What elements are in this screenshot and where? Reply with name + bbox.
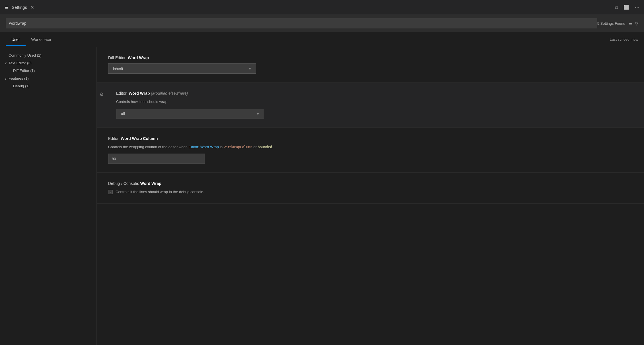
checkbox-label: Controls if the lines should wrap in the… <box>116 189 204 195</box>
debug-word-wrap-checkbox[interactable]: ✓ <box>108 190 113 194</box>
chevron-down-icon: ∨ <box>257 112 259 116</box>
search-right: 5 Settings Found ⚌ ▽ <box>597 21 638 26</box>
setting-title-bold: Word Wrap <box>129 91 150 96</box>
code-bounded: bounded <box>258 145 272 149</box>
tabs: User Workspace <box>6 33 57 46</box>
sidebar-item-debug[interactable]: Debug (1) <box>0 82 96 90</box>
setting-title-prefix: Editor: <box>116 91 129 96</box>
dropdown-value: off <box>121 111 125 116</box>
chevron-down-icon: ∨ <box>249 67 251 71</box>
setting-diff-editor-word-wrap: Diff Editor: Word Wrap inherit ∨ <box>97 47 644 82</box>
settings-content: Diff Editor: Word Wrap inherit ∨ ⚙ Edito… <box>97 47 644 345</box>
sidebar-item-commonly-used[interactable]: Commonly Used (1) <box>0 51 96 59</box>
search-icons: ⚌ ▽ <box>629 21 638 26</box>
desc-text-4: . <box>272 145 273 149</box>
tabs-area: User Workspace Last synced: now <box>0 32 644 47</box>
setting-debug-console-word-wrap: Debug › Console: Word Wrap ✓ Controls if… <box>97 173 644 204</box>
sidebar-item-label: Diff Editor (1) <box>13 69 35 73</box>
chevron-down-icon: ∨ <box>5 77 7 80</box>
titlebar-left: ☰ Settings ✕ <box>5 5 34 10</box>
search-bar: 5 Settings Found ⚌ ▽ <box>0 15 644 32</box>
layout-icon[interactable]: ⬜ <box>624 5 629 10</box>
sidebar-item-label: Debug (1) <box>13 84 30 88</box>
sidebar-item-label: Features (1) <box>9 76 29 80</box>
search-input[interactable] <box>6 18 597 28</box>
sidebar: Commonly Used (1) ∨Text Editor (3) Diff … <box>0 47 97 345</box>
more-actions-icon[interactable]: ⋯ <box>635 5 639 10</box>
tab-user[interactable]: User <box>6 33 26 46</box>
sidebar-item-label: Text Editor (3) <box>9 61 32 65</box>
titlebar-actions: ⧉ ⬜ ⋯ <box>615 5 639 10</box>
filter-lines-icon[interactable]: ⚌ <box>629 21 633 26</box>
setting-description: Controls the wrapping column of the edit… <box>108 144 633 150</box>
menu-icon[interactable]: ☰ <box>5 5 8 10</box>
setting-title-bold: Word Wrap Column <box>121 136 158 141</box>
setting-title: Debug › Console: Word Wrap <box>108 181 633 186</box>
setting-title-bold: Word Wrap <box>140 181 161 186</box>
editor-word-wrap-dropdown[interactable]: off ∨ <box>116 109 264 119</box>
setting-editor-word-wrap-column: Editor: Word Wrap Column Controls the wr… <box>97 128 644 173</box>
tab-workspace[interactable]: Workspace <box>26 33 57 46</box>
sidebar-item-text-editor[interactable]: ∨Text Editor (3) <box>0 59 96 67</box>
code-wordwrapcolumn: wordWrapColumn <box>224 145 252 149</box>
split-editor-icon[interactable]: ⧉ <box>615 5 618 10</box>
chevron-down-icon: ∨ <box>5 61 7 65</box>
search-count: 5 Settings Found <box>597 21 625 26</box>
window-title: Settings <box>12 5 27 10</box>
close-button[interactable]: ✕ <box>30 5 34 10</box>
editor-word-wrap-link[interactable]: Editor: Word Wrap <box>189 145 219 149</box>
desc-text-2: is <box>219 145 224 149</box>
setting-title-prefix: Editor: <box>108 136 121 141</box>
setting-title-modifier: (Modified elsewhere) <box>151 91 188 96</box>
titlebar: ☰ Settings ✕ ⧉ ⬜ ⋯ <box>0 0 644 15</box>
funnel-icon[interactable]: ▽ <box>635 21 638 26</box>
setting-title-prefix: Diff Editor: <box>108 55 128 60</box>
diff-editor-word-wrap-dropdown[interactable]: inherit ∨ <box>108 63 256 74</box>
setting-title-bold: Word Wrap <box>128 55 149 60</box>
setting-title: Editor: Word Wrap Column <box>108 136 633 141</box>
sidebar-item-label: Commonly Used (1) <box>9 53 42 57</box>
sidebar-item-features[interactable]: ∨Features (1) <box>0 75 96 82</box>
setting-editor-word-wrap: ⚙ Editor: Word Wrap (Modified elsewhere)… <box>97 82 644 128</box>
main-layout: Commonly Used (1) ∨Text Editor (3) Diff … <box>0 47 644 345</box>
setting-description: Controls how lines should wrap. <box>108 99 633 105</box>
checkbox-row: ✓ Controls if the lines should wrap in t… <box>108 189 633 195</box>
dropdown-value: inherit <box>113 67 123 71</box>
setting-title: Editor: Word Wrap (Modified elsewhere) <box>108 91 633 96</box>
desc-text-1: Controls the wrapping column of the edit… <box>108 145 189 149</box>
sidebar-item-diff-editor[interactable]: Diff Editor (1) <box>0 67 96 75</box>
word-wrap-column-input[interactable] <box>108 154 205 164</box>
desc-text-3: or <box>252 145 258 149</box>
last-synced: Last synced: now <box>610 37 638 42</box>
setting-title: Diff Editor: Word Wrap <box>108 55 633 60</box>
checkmark-icon: ✓ <box>109 190 112 194</box>
gear-icon[interactable]: ⚙ <box>100 92 104 97</box>
setting-title-prefix: Debug › Console: <box>108 181 140 186</box>
